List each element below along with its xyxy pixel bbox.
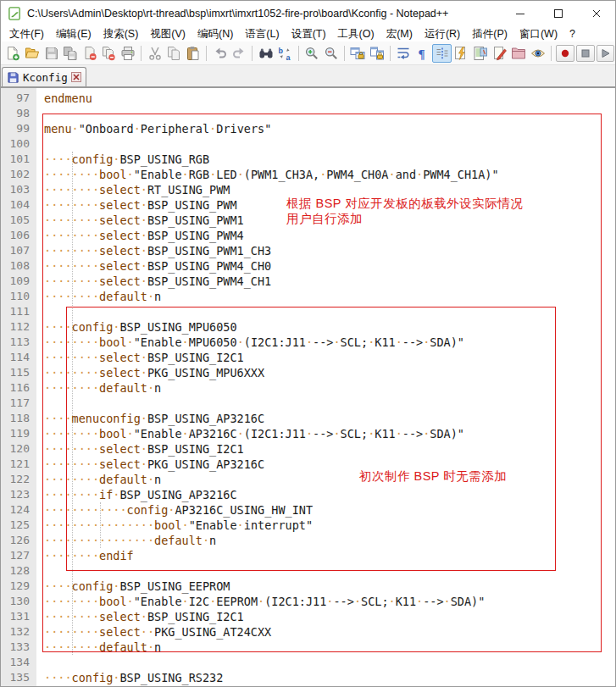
line-number: 98 [1, 106, 36, 121]
undo-button[interactable] [210, 44, 230, 63]
paste-icon [186, 46, 201, 61]
code-line[interactable]: 97endmenu [1, 91, 615, 106]
toolbar-separator [298, 46, 299, 61]
menu-item[interactable]: 宏(M) [380, 26, 419, 42]
paste-button[interactable] [184, 44, 203, 63]
copy-button [164, 44, 184, 63]
zoom-out-button[interactable] [321, 44, 341, 63]
new-file-icon [5, 46, 20, 61]
line-number: 97 [1, 91, 36, 106]
tab-bar: Kconfig [1, 65, 615, 88]
menu-item[interactable]: 编码(N) [191, 26, 239, 42]
menu-item[interactable]: ? [563, 27, 581, 41]
line-number: 133 [1, 640, 36, 655]
toolbar-separator [551, 46, 552, 61]
menu-item[interactable]: 插件(P) [466, 26, 513, 42]
print-button[interactable] [119, 44, 138, 63]
line-number: 103 [1, 182, 36, 197]
save-all-button [61, 44, 80, 63]
line-number: 134 [1, 655, 36, 670]
show-all-chars-icon: ¶ [415, 46, 430, 61]
line-number: 101 [1, 152, 36, 167]
folder-workspace-button[interactable] [509, 44, 529, 63]
toolbar-separator [141, 46, 142, 61]
line-number: 123 [1, 487, 36, 502]
menu-item[interactable]: 工具(O) [332, 26, 380, 42]
window-controls [501, 1, 615, 26]
toolbar: ba¶ [1, 42, 615, 65]
zoom-out-icon [324, 46, 339, 61]
menu-item[interactable]: 窗口(W) [513, 26, 563, 42]
indent-guide-button[interactable] [432, 44, 452, 63]
tab-label: Kconfig [23, 71, 68, 84]
macro-stop-icon [578, 46, 593, 61]
save-button [42, 44, 61, 63]
new-file-button[interactable] [3, 44, 23, 63]
line-number: 124 [1, 502, 36, 518]
replace-button[interactable]: ba [275, 44, 295, 63]
function-list-button[interactable] [452, 44, 471, 63]
folder-workspace-icon [511, 46, 526, 61]
line-number: 129 [1, 579, 36, 594]
line-number: 108 [1, 258, 36, 274]
document-map-icon [473, 46, 488, 61]
menu-item[interactable]: 视图(V) [144, 26, 191, 42]
macro-record-button[interactable] [556, 45, 574, 62]
line-number: 102 [1, 167, 36, 182]
line-number: 106 [1, 228, 36, 243]
close-all-button[interactable] [99, 44, 119, 63]
sync-vertical-icon [350, 46, 365, 61]
minimize-button[interactable] [501, 1, 539, 26]
save-icon [44, 46, 59, 61]
annotation-text-2: 初次制作 BSP 时无需添加 [359, 468, 507, 484]
cut-button [145, 44, 164, 63]
open-folder-icon [25, 46, 40, 61]
line-number: 118 [1, 411, 36, 426]
line-number: 111 [1, 304, 36, 319]
sync-vertical-button[interactable] [348, 44, 368, 63]
line-number: 114 [1, 350, 36, 365]
svg-text:a: a [286, 53, 291, 61]
line-number: 121 [1, 457, 36, 472]
menu-item[interactable]: 编辑(E) [50, 26, 97, 42]
menu-item[interactable]: 搜索(S) [97, 26, 145, 42]
toolbar-separator [206, 46, 207, 61]
undo-icon [213, 46, 228, 61]
menu-item[interactable]: 运行(R) [419, 26, 466, 42]
window-title: C:\Users\Admin\Desktop\rt-thread\bsp\imx… [27, 8, 448, 19]
sync-horizontal-button[interactable] [368, 44, 387, 63]
open-folder-button[interactable] [23, 44, 42, 63]
find-button[interactable] [256, 44, 275, 63]
print-icon [120, 46, 136, 61]
tab-kconfig[interactable]: Kconfig [2, 67, 86, 86]
close-button[interactable] [577, 1, 615, 26]
saved-floppy-icon [7, 71, 19, 84]
line-number: 100 [1, 136, 36, 152]
annotation-rect-inner [66, 307, 556, 571]
maximize-button[interactable] [539, 1, 577, 26]
code-line[interactable]: 134 [1, 655, 615, 670]
line-number: 109 [1, 274, 36, 289]
line-number: 126 [1, 533, 36, 548]
doc-switcher-icon [492, 46, 508, 61]
code-line[interactable]: 135····config·BSP_USING_RS232 [1, 670, 615, 685]
show-all-chars-button[interactable]: ¶ [413, 44, 433, 63]
word-wrap-button[interactable] [394, 44, 413, 63]
editor[interactable]: 97endmenu9899menu·"Onboard·Peripheral·Dr… [1, 88, 615, 687]
menu-item[interactable]: 文件(F) [3, 26, 50, 42]
svg-text:b: b [279, 47, 284, 55]
line-number: 107 [1, 243, 36, 258]
macro-stop-button[interactable] [576, 45, 595, 62]
document-map-button[interactable] [471, 44, 491, 63]
doc-switcher-button[interactable] [490, 44, 509, 63]
line-number: 115 [1, 365, 36, 380]
macro-play-button[interactable] [597, 45, 615, 62]
zoom-in-button[interactable] [302, 44, 322, 63]
menu-item[interactable]: 设置(T) [286, 26, 332, 42]
close-button[interactable] [80, 44, 100, 63]
monitoring-button[interactable] [529, 44, 548, 63]
line-number: 130 [1, 594, 36, 609]
notepad-plus-plus-icon [8, 7, 22, 21]
menu-item[interactable]: 语言(L) [239, 26, 285, 42]
tab-close-icon[interactable] [71, 72, 81, 82]
